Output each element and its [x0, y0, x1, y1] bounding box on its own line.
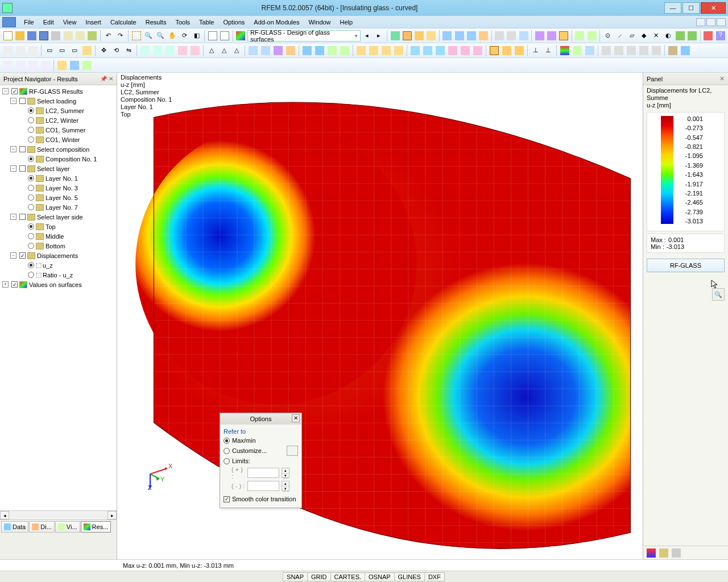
obj-2-icon[interactable]: [314, 45, 325, 56]
options-smooth-check[interactable]: ✓Smooth color transition: [224, 496, 298, 502]
surface-icon[interactable]: ▱: [627, 30, 638, 41]
panel-tab-filter-icon[interactable]: [672, 548, 681, 558]
status-osnap[interactable]: OSNAP: [365, 572, 395, 581]
menu-results[interactable]: Results: [141, 18, 171, 27]
navigator-hscroll[interactable]: ◂▸: [0, 510, 117, 519]
limit-minus-stepper[interactable]: ▴▾: [282, 481, 289, 491]
mdi-minimize-icon[interactable]: [696, 18, 705, 26]
grp-4-icon[interactable]: [285, 45, 296, 56]
rfglass-button[interactable]: RF-GLASS: [647, 259, 725, 272]
limit-plus-stepper[interactable]: ▴▾: [282, 468, 289, 478]
load-1-icon[interactable]: [442, 30, 453, 41]
tree-side[interactable]: Select layer side: [37, 214, 83, 221]
options-radio-maxmin[interactable]: Max/min: [224, 437, 298, 444]
status-cartes[interactable]: CARTES.: [330, 572, 365, 581]
ax-1-icon[interactable]: ⊥: [530, 45, 541, 56]
dim-1-icon[interactable]: [139, 45, 151, 56]
disp-c-icon[interactable]: [514, 45, 525, 56]
status-glines[interactable]: GLINES: [394, 572, 425, 581]
t3-3-icon[interactable]: [27, 60, 39, 71]
line-2-icon[interactable]: △: [218, 45, 230, 56]
tree-layer-1[interactable]: Layer No. 1: [46, 175, 78, 182]
disp-a-icon[interactable]: [489, 45, 500, 56]
supp-2-icon[interactable]: [586, 30, 597, 41]
ld-f-icon[interactable]: [472, 45, 483, 56]
project-icon[interactable]: [87, 30, 98, 41]
tree-side-top[interactable]: Top: [46, 223, 56, 230]
obj-3-icon[interactable]: [326, 45, 338, 56]
zoom-icon[interactable]: 🔍: [143, 30, 154, 41]
misc-5-icon[interactable]: [651, 45, 662, 56]
nav-tab-views[interactable]: Vi...: [55, 521, 80, 533]
grid-1-icon[interactable]: [494, 30, 505, 41]
panel-tab-colors-icon[interactable]: [647, 548, 656, 558]
obj-4-icon[interactable]: [339, 45, 350, 56]
menu-help[interactable]: Help: [336, 18, 358, 27]
ax-2-icon[interactable]: ⊥: [543, 45, 554, 56]
t2-a-icon[interactable]: [2, 45, 14, 56]
module-combo[interactable]: RF-GLASS - Design of glass surfaces: [247, 30, 361, 41]
module-icon[interactable]: [235, 30, 246, 41]
grp-1-icon[interactable]: [247, 45, 259, 56]
viewport[interactable]: Displacements u-z [mm] LC2, Summer Compo…: [117, 73, 643, 559]
nav-prev-icon[interactable]: ◂: [362, 30, 373, 41]
move-icon[interactable]: ✥: [98, 45, 109, 56]
panel-tab-scale-icon[interactable]: [659, 548, 668, 558]
cross-icon[interactable]: ✕: [651, 30, 661, 41]
undo-icon[interactable]: ↶: [103, 30, 114, 41]
menu-tools[interactable]: Tools: [171, 18, 195, 27]
redo-icon[interactable]: ↷: [115, 30, 126, 41]
tree-side-bottom[interactable]: Bottom: [46, 243, 65, 250]
line-1-icon[interactable]: △: [206, 45, 217, 56]
zoom-prev-icon[interactable]: 🔍: [155, 30, 166, 41]
tree-composition[interactable]: Select composition: [37, 146, 89, 153]
tree-layer-3[interactable]: Layer No. 3: [46, 185, 78, 192]
misc-4-icon[interactable]: [638, 45, 650, 56]
clr-1-icon[interactable]: [559, 45, 570, 56]
res-2-icon[interactable]: [546, 30, 557, 41]
misc-2-icon[interactable]: [613, 45, 624, 56]
sec-4-icon[interactable]: [393, 45, 404, 56]
member-icon[interactable]: ⟋: [614, 30, 625, 41]
disp-b-icon[interactable]: [501, 45, 512, 56]
mdi-restore-icon[interactable]: [706, 18, 715, 26]
res-3-icon[interactable]: [559, 30, 569, 41]
limit-plus-input[interactable]: [247, 468, 279, 478]
dim-3-icon[interactable]: [164, 45, 176, 56]
ld-b-icon[interactable]: [422, 45, 433, 56]
menu-table[interactable]: Table: [195, 18, 218, 27]
clr-3-icon[interactable]: [584, 45, 595, 56]
tree-layer-7[interactable]: Layer No. 7: [46, 204, 78, 211]
misc-3-icon[interactable]: [626, 45, 637, 56]
line-3-icon[interactable]: △: [231, 45, 242, 56]
sec-2-icon[interactable]: [368, 45, 379, 56]
sel-1-icon[interactable]: ▭: [44, 45, 55, 56]
menu-edit[interactable]: Edit: [39, 18, 59, 27]
tree-values[interactable]: Values on surfaces: [29, 281, 82, 288]
t3-6-icon[interactable]: [69, 60, 80, 71]
t3-1-icon[interactable]: [2, 60, 14, 71]
options-header[interactable]: Options ✕: [220, 413, 301, 425]
t3-7-icon[interactable]: [81, 60, 93, 71]
table-icon[interactable]: [207, 30, 218, 41]
options-close-icon[interactable]: ✕: [292, 414, 300, 422]
node-icon[interactable]: ⊙: [602, 30, 613, 41]
tree-layer[interactable]: Select layer: [37, 165, 69, 172]
open-icon[interactable]: [14, 30, 25, 41]
load-2-icon[interactable]: [454, 30, 465, 41]
mdi-close-icon[interactable]: [717, 18, 726, 26]
t3-5-icon[interactable]: [56, 60, 68, 71]
menu-file[interactable]: File: [19, 18, 39, 27]
tree-root[interactable]: RF-GLASS Results: [29, 88, 83, 95]
sel-3-icon[interactable]: ▭: [69, 45, 80, 56]
customize-button-icon[interactable]: [287, 446, 298, 456]
dim-5-icon[interactable]: [189, 45, 201, 56]
status-snap[interactable]: SNAP: [283, 572, 308, 581]
ld-c-icon[interactable]: [435, 45, 446, 56]
render-3-icon[interactable]: [413, 30, 424, 41]
grid-3-icon[interactable]: [518, 30, 529, 41]
nav-tab-results[interactable]: Res...: [81, 521, 111, 533]
tree-co1-winter[interactable]: CO1, Winter: [46, 136, 80, 143]
menu-insert[interactable]: Insert: [81, 18, 106, 27]
pin-icon[interactable]: 📌 ✕: [100, 76, 113, 82]
